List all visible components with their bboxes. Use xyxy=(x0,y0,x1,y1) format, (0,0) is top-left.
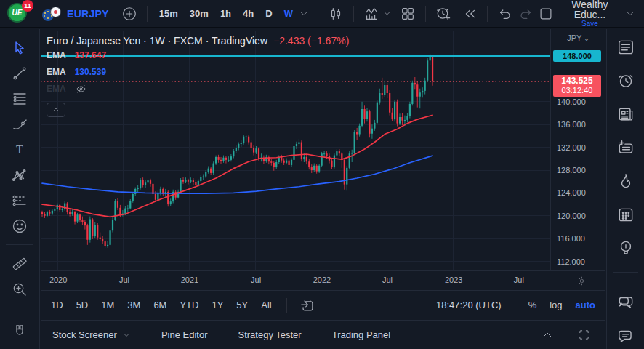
interval-button-1h[interactable]: 1h xyxy=(216,6,236,21)
indicators-button[interactable] xyxy=(361,4,382,24)
tab-trading-panel[interactable]: Trading Panel xyxy=(332,329,390,340)
interval-button-15m[interactable]: 15m xyxy=(155,6,182,21)
measure-tool-button[interactable] xyxy=(7,251,32,276)
svg-text:T: T xyxy=(16,143,23,156)
indicator-value: 137.647 xyxy=(75,50,106,60)
log-scale-button[interactable]: log xyxy=(550,300,562,310)
panel-expand-chevron-button[interactable] xyxy=(537,325,558,345)
price-axis[interactable]: JPY ⌄ 140.000136.000132.000128.000124.00… xyxy=(550,29,605,270)
ideas-button[interactable] xyxy=(612,231,640,265)
xabcd-pattern-tool-button[interactable] xyxy=(7,162,32,188)
emoji-tool-button[interactable] xyxy=(7,213,32,238)
tab-stock-screener[interactable]: Stock Screener xyxy=(52,329,131,340)
drawing-toolbar: T xyxy=(0,29,40,349)
current-price-label[interactable]: 143.525 03:12:40 xyxy=(553,75,601,97)
compare-add-symbol-button[interactable] xyxy=(119,4,140,24)
brush-tool-button[interactable] xyxy=(7,111,32,137)
news-button[interactable] xyxy=(612,97,640,131)
topbar-right-group: Wealthy Educ... Save xyxy=(536,0,637,28)
chart-settings-icon[interactable] xyxy=(576,276,587,289)
percent-scale-button[interactable]: % xyxy=(528,300,537,310)
indicator-row-ema-hidden[interactable]: EMA xyxy=(47,81,349,97)
range-button-5Y[interactable]: 5Y xyxy=(236,300,248,310)
interval-button-30m[interactable]: 30m xyxy=(185,6,213,21)
fib-retracement-tool-button[interactable] xyxy=(7,86,32,111)
price-tick: 124.000 xyxy=(557,188,586,198)
legend-collapse-button[interactable] xyxy=(47,103,65,117)
toolbar-divider xyxy=(487,6,488,22)
price-tick: 140.000 xyxy=(557,97,586,107)
indicators-chevron-icon[interactable] xyxy=(382,4,393,24)
save-label[interactable]: Save xyxy=(563,20,616,28)
range-button-1Y[interactable]: 1Y xyxy=(212,300,223,310)
alerts-button[interactable] xyxy=(612,64,640,97)
layout-menu-chevron-icon[interactable] xyxy=(624,4,637,24)
toolbar-divider xyxy=(613,272,638,273)
hotlists-button[interactable] xyxy=(612,164,640,198)
japan-flag-icon xyxy=(50,7,61,17)
clock-utc-button[interactable]: 18:47:20 (UTC) xyxy=(436,300,502,310)
interval-button-W[interactable]: W xyxy=(280,6,297,21)
interval-chevron-icon[interactable] xyxy=(297,4,310,24)
forecast-tool-button[interactable] xyxy=(7,188,32,213)
toolbar-divider xyxy=(353,6,354,22)
price-axis-currency-button[interactable]: JPY ⌄ xyxy=(551,33,605,42)
chart-pane: Euro / Japanese Yen · 1W · FXCM · Tradin… xyxy=(41,29,605,270)
price-tick: 132.000 xyxy=(557,143,586,153)
indicator-row-ema-fast[interactable]: EMA 137.647 xyxy=(47,47,349,63)
range-button-5D[interactable]: 5D xyxy=(76,300,89,310)
text-notes-button[interactable] xyxy=(612,131,640,164)
zoom-in-tool-button[interactable] xyxy=(7,276,32,302)
tab-pine-editor[interactable]: Pine Editor xyxy=(161,329,208,340)
toolbar-divider xyxy=(318,6,318,22)
auto-scale-button[interactable]: auto xyxy=(576,300,595,310)
symbol-flags-icon xyxy=(42,7,61,21)
interval-button-D[interactable]: D xyxy=(261,6,276,21)
time-axis[interactable]: 2020Jul2021Jul2022Jul2023Jul xyxy=(41,270,605,290)
create-alert-button[interactable] xyxy=(433,4,454,24)
tab-label: Pine Editor xyxy=(161,329,208,340)
layout-save-square-icon[interactable] xyxy=(536,4,556,24)
layout-name-button[interactable]: Wealthy Educ... Save xyxy=(563,0,616,28)
app-logo[interactable]: UE 11 xyxy=(7,3,29,25)
economic-calendar-button[interactable] xyxy=(612,198,640,231)
fullscreen-button[interactable] xyxy=(573,325,594,345)
symbol-button[interactable]: EURJPY xyxy=(67,8,109,20)
private-chat-button[interactable] xyxy=(612,319,640,349)
range-button-3M[interactable]: 3M xyxy=(127,300,140,310)
interval-button-4h[interactable]: 4h xyxy=(238,6,258,21)
range-button-1M[interactable]: 1M xyxy=(101,300,114,310)
range-button-YTD[interactable]: YTD xyxy=(180,300,198,310)
eye-off-icon[interactable] xyxy=(75,83,87,95)
currency-chevron-icon: ⌄ xyxy=(584,35,589,42)
undo-button[interactable] xyxy=(495,4,515,24)
symbol-description: Euro / Japanese Yen · 1W · FXCM · Tradin… xyxy=(47,35,267,47)
symbol-title[interactable]: Euro / Japanese Yen · 1W · FXCM · Tradin… xyxy=(47,35,349,47)
price-change-label: −2.433 (−1.67%) xyxy=(273,35,349,47)
layout-grid-button[interactable] xyxy=(398,4,418,24)
toolbar-divider xyxy=(147,6,148,22)
indicator-label: EMA xyxy=(47,67,66,77)
go-to-date-button[interactable] xyxy=(297,295,318,316)
trend-line-tool-button[interactable] xyxy=(7,60,32,86)
redo-button[interactable] xyxy=(515,4,536,24)
cursor-tool-button[interactable] xyxy=(7,35,32,60)
layout-name-label: Wealthy Educ... xyxy=(563,0,616,20)
range-button-All[interactable]: All xyxy=(261,300,271,310)
toolbar-divider xyxy=(6,308,33,308)
range-button-6M[interactable]: 6M xyxy=(153,300,166,310)
watchlist-button[interactable] xyxy=(612,31,640,64)
bar-replay-button[interactable] xyxy=(459,4,480,24)
level-price-label[interactable]: 148.000 xyxy=(553,50,601,62)
magnet-tool-button[interactable] xyxy=(7,318,32,344)
range-button-1D[interactable]: 1D xyxy=(51,300,63,310)
time-tick: 2022 xyxy=(310,276,334,284)
time-tick: 2021 xyxy=(177,276,202,284)
chart-style-candles-button[interactable] xyxy=(326,4,346,24)
tab-strategy-tester[interactable]: Strategy Tester xyxy=(238,329,301,340)
tab-label: Trading Panel xyxy=(332,329,390,340)
text-tool-button[interactable]: T xyxy=(7,137,32,162)
bottom-panel-controls xyxy=(537,325,594,345)
indicator-row-ema-slow[interactable]: EMA 130.539 xyxy=(47,64,349,80)
public-chats-button[interactable] xyxy=(612,286,640,319)
